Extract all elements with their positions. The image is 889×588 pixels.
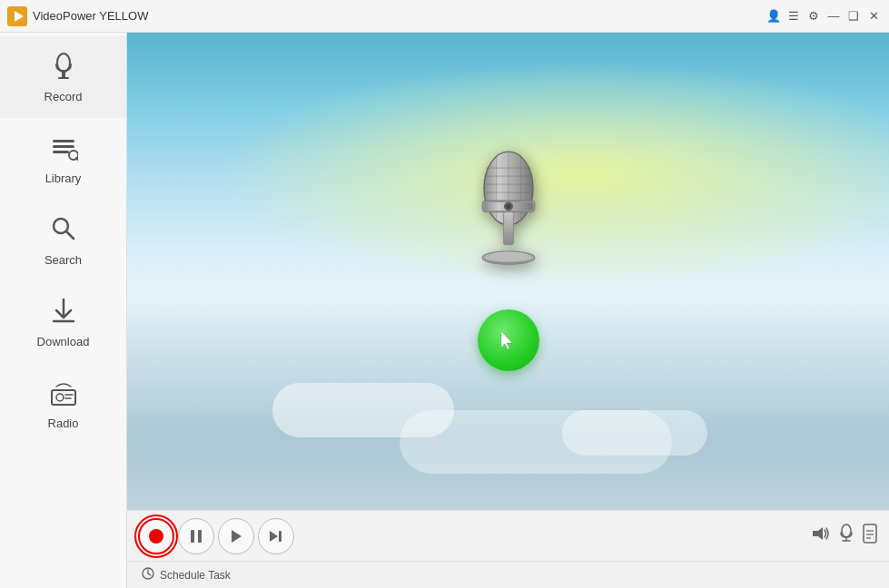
- volume-icon[interactable]: [811, 525, 831, 546]
- restore-button[interactable]: ❑: [845, 8, 862, 24]
- svg-point-31: [506, 204, 510, 209]
- microphone-svg: [468, 148, 549, 279]
- svg-rect-45: [864, 524, 876, 543]
- search-icon: [49, 214, 78, 248]
- mic-body: [468, 148, 549, 282]
- download-icon: [49, 296, 78, 329]
- mic-settings-icon[interactable]: [838, 524, 854, 548]
- svg-marker-38: [232, 530, 242, 543]
- record-dot: [149, 529, 163, 544]
- file-icon[interactable]: [862, 524, 878, 548]
- sidebar-label-library: Library: [45, 172, 82, 185]
- window-controls: 👤 ☰ ⚙ — ❑ ✕: [766, 8, 882, 24]
- schedule-bar: Schedule Task: [127, 561, 889, 588]
- svg-rect-32: [503, 212, 513, 245]
- svg-point-15: [56, 394, 64, 401]
- sidebar-item-radio[interactable]: Radio: [0, 363, 126, 445]
- svg-line-51: [148, 573, 151, 575]
- pause-button[interactable]: [178, 518, 214, 554]
- sidebar-item-search[interactable]: Search: [0, 200, 126, 281]
- app-title: VideoPower YELLOW: [33, 9, 760, 23]
- title-bar: VideoPower YELLOW 👤 ☰ ⚙ — ❑ ✕: [0, 0, 889, 33]
- svg-marker-41: [813, 527, 823, 540]
- app-logo: [7, 6, 27, 26]
- play-button[interactable]: [218, 518, 254, 554]
- record-button[interactable]: [138, 518, 174, 554]
- svg-rect-4: [58, 77, 69, 79]
- cursor-svg: [496, 328, 521, 353]
- schedule-icon: [142, 567, 154, 583]
- settings-icon[interactable]: ⚙: [805, 8, 822, 24]
- sidebar-label-search: Search: [44, 253, 82, 267]
- sidebar-label-radio: Radio: [48, 416, 79, 430]
- green-action-button[interactable]: [478, 309, 539, 371]
- svg-rect-6: [53, 145, 74, 148]
- sidebar-item-download[interactable]: Download: [0, 281, 126, 363]
- cloud-3: [400, 410, 672, 474]
- skip-button[interactable]: [258, 518, 294, 554]
- minimize-button[interactable]: —: [825, 8, 842, 24]
- svg-marker-39: [270, 531, 278, 542]
- svg-rect-5: [53, 140, 74, 142]
- main-layout: Record Library Search: [0, 33, 889, 588]
- svg-rect-36: [191, 530, 194, 543]
- sidebar-item-record[interactable]: Record: [0, 36, 126, 118]
- play-icon: [230, 529, 242, 544]
- skip-icon: [269, 529, 283, 544]
- svg-line-11: [66, 231, 74, 239]
- svg-rect-3: [62, 73, 65, 77]
- svg-rect-37: [198, 530, 202, 543]
- sidebar-item-library[interactable]: Library: [0, 118, 126, 200]
- radio-icon: [49, 377, 78, 411]
- right-controls: [811, 524, 878, 548]
- sidebar: Record Library Search: [0, 33, 127, 588]
- pause-icon: [190, 529, 202, 544]
- main-view: [127, 33, 889, 510]
- menu-icon[interactable]: ☰: [785, 8, 802, 24]
- account-icon[interactable]: 👤: [766, 8, 782, 24]
- svg-point-42: [842, 524, 851, 537]
- sidebar-label-download: Download: [37, 335, 90, 348]
- svg-point-34: [485, 254, 530, 262]
- svg-line-9: [76, 158, 78, 161]
- library-icon: [49, 132, 78, 166]
- sidebar-label-record: Record: [44, 90, 83, 103]
- record-icon: [49, 51, 78, 84]
- svg-rect-40: [279, 531, 282, 542]
- svg-marker-35: [501, 331, 512, 349]
- svg-rect-7: [53, 151, 69, 153]
- close-button[interactable]: ✕: [865, 8, 882, 24]
- schedule-label[interactable]: Schedule Task: [160, 569, 231, 582]
- controls-bar: [127, 510, 889, 561]
- content-area: Schedule Task: [127, 33, 889, 588]
